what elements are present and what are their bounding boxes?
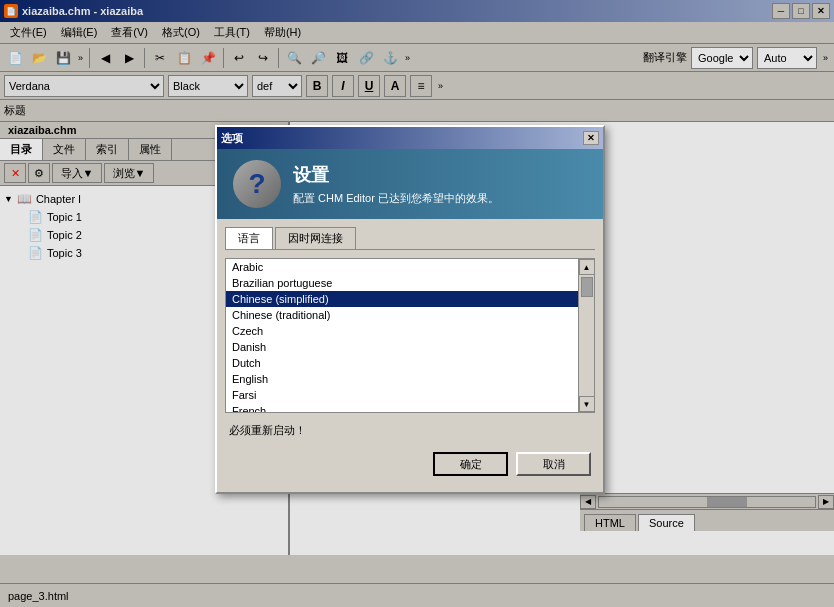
lang-french[interactable]: French: [226, 403, 578, 412]
dialog-header-text: 设置 配置 CHM Editor 已达到您希望中的效果。: [293, 163, 499, 206]
dialog-tab-network[interactable]: 因时网连接: [275, 227, 356, 249]
language-list[interactable]: Arabic Brazilian portuguese Chinese (sim…: [226, 259, 578, 412]
dialog-header: ? 设置 配置 CHM Editor 已达到您希望中的效果。: [217, 149, 603, 219]
dialog-title-text: 选项: [221, 131, 243, 146]
dialog-close-button[interactable]: ✕: [583, 131, 599, 145]
lang-scroll-down-button[interactable]: ▼: [579, 396, 595, 412]
dialog-header-title: 设置: [293, 163, 499, 187]
dialog-body: 语言 因时网连接 Arabic Brazilian portuguese Chi…: [217, 219, 603, 492]
lang-scroll-up-button[interactable]: ▲: [579, 259, 595, 275]
lang-scrollbar: ▲ ▼: [578, 259, 594, 412]
lang-czech[interactable]: Czech: [226, 323, 578, 339]
dialog-tab-language[interactable]: 语言: [225, 227, 273, 249]
lang-farsi[interactable]: Farsi: [226, 387, 578, 403]
lang-arabic[interactable]: Arabic: [226, 259, 578, 275]
lang-scroll-track: [580, 275, 594, 396]
dialog-header-subtitle: 配置 CHM Editor 已达到您希望中的效果。: [293, 191, 499, 206]
restart-notice: 必须重新启动！: [225, 421, 595, 440]
lang-english[interactable]: English: [226, 371, 578, 387]
lang-dutch[interactable]: Dutch: [226, 355, 578, 371]
dialog-tabs: 语言 因时网连接: [225, 227, 595, 250]
lang-chinese-traditional[interactable]: Chinese (traditional): [226, 307, 578, 323]
ok-button[interactable]: 确定: [433, 452, 508, 476]
dialog-footer: 确定 取消: [225, 448, 595, 484]
lang-scroll-thumb[interactable]: [581, 277, 593, 297]
language-list-container: Arabic Brazilian portuguese Chinese (sim…: [225, 258, 595, 413]
lang-chinese-simplified[interactable]: Chinese (simplified): [226, 291, 578, 307]
dialog-title-bar: 选项 ✕: [217, 127, 603, 149]
lang-brazilian-portuguese[interactable]: Brazilian portuguese: [226, 275, 578, 291]
cancel-button[interactable]: 取消: [516, 452, 591, 476]
dialog-header-icon: ?: [233, 160, 281, 208]
dialog-overlay: 选项 ✕ ? 设置 配置 CHM Editor 已达到您希望中的效果。 语言 因…: [0, 0, 834, 607]
lang-danish[interactable]: Danish: [226, 339, 578, 355]
options-dialog: 选项 ✕ ? 设置 配置 CHM Editor 已达到您希望中的效果。 语言 因…: [215, 125, 605, 494]
